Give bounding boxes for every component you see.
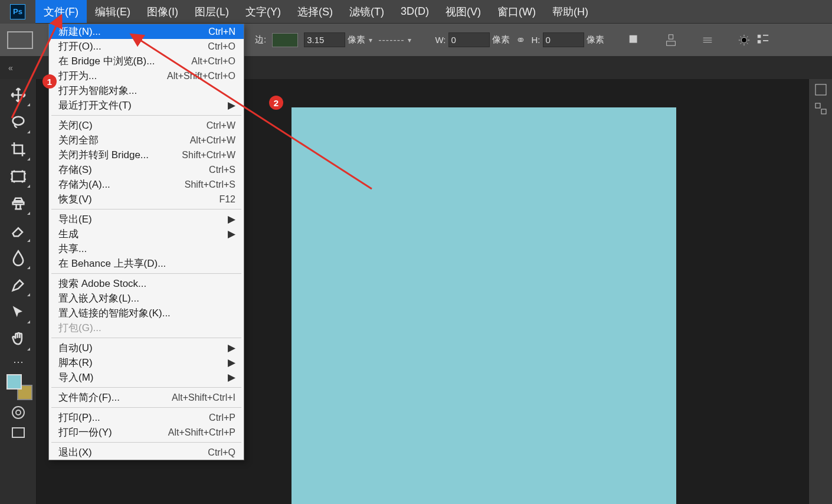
stroke-color-swatch[interactable] (272, 33, 298, 47)
file-menu-item[interactable]: 最近打开文件(T)▶ (49, 98, 244, 113)
svg-rect-11 (815, 103, 820, 108)
menu-item-label: 文件简介(F)... (58, 391, 120, 404)
menu-item-shortcut: Alt+Ctrl+W (190, 135, 235, 146)
lasso-tool[interactable] (4, 109, 32, 136)
file-menu-item[interactable]: 关闭(C)Ctrl+W (49, 118, 244, 133)
smudge-tool[interactable] (4, 244, 32, 271)
menu-file[interactable]: 文件(F) (35, 0, 87, 23)
file-menu-item[interactable]: 在 Bridge 中浏览(B)...Alt+Ctrl+O (49, 54, 244, 68)
menubar: Ps 文件(F) 编辑(E) 图像(I) 图层(L) 文字(Y) 选择(S) 滤… (0, 0, 832, 24)
menu-separator (51, 209, 241, 210)
file-menu-item[interactable]: 关闭并转到 Bridge...Shift+Ctrl+W (49, 148, 244, 162)
file-menu-item[interactable]: 退出(X)Ctrl+Q (49, 445, 244, 460)
submenu-arrow-icon: ▶ (228, 371, 235, 384)
menu-item-label: 打印一份(Y) (58, 426, 112, 439)
clone-stamp-tool[interactable] (4, 190, 32, 217)
submenu-arrow-icon: ▶ (228, 213, 235, 225)
menu-item-shortcut: Alt+Shift+Ctrl+I (172, 392, 235, 403)
menu-3d[interactable]: 3D(D) (392, 0, 437, 23)
eraser-tool[interactable] (4, 217, 32, 244)
menu-image[interactable]: 图像(I) (139, 0, 186, 23)
app-logo[interactable]: Ps (0, 0, 35, 24)
align-options-icon[interactable] (756, 34, 769, 47)
move-tool[interactable] (4, 81, 32, 109)
menu-item-shortcut: Shift+Ctrl+S (185, 179, 235, 190)
menu-layer[interactable]: 图层(L) (186, 0, 237, 23)
gear-icon[interactable] (738, 34, 751, 47)
stroke-style-group[interactable]: ------- ▾ (378, 35, 411, 45)
svg-rect-10 (815, 84, 826, 95)
file-menu-item[interactable]: 存储(S)Ctrl+S (49, 162, 244, 177)
menu-item-label: 存储为(A)... (58, 178, 110, 191)
menu-item-label: 自动(U) (58, 341, 93, 355)
file-menu-item[interactable]: 共享... (49, 241, 244, 256)
crop-tool[interactable] (4, 136, 32, 163)
file-menu-dropdown: 新建(N)...Ctrl+N打开(O)...Ctrl+O在 Bridge 中浏览… (48, 24, 244, 460)
file-menu-item[interactable]: 恢复(V)F12 (49, 192, 244, 207)
screen-mode-icon[interactable] (12, 427, 25, 438)
menu-select[interactable]: 选择(S) (289, 0, 341, 23)
frame-tool[interactable] (4, 163, 32, 190)
menu-help[interactable]: 帮助(H) (544, 0, 597, 23)
file-menu-item[interactable]: 脚本(R)▶ (49, 355, 244, 370)
menu-separator (51, 387, 241, 388)
menu-separator (51, 338, 241, 338)
file-menu-item[interactable]: 导出(E)▶ (49, 212, 244, 227)
menu-separator (51, 115, 241, 116)
file-menu-item[interactable]: 置入链接的智能对象(K)... (49, 306, 244, 320)
tool-preset-icon[interactable] (7, 31, 33, 49)
menu-item-label: 退出(X) (58, 446, 92, 459)
file-menu-item[interactable]: 导入(M)▶ (49, 370, 244, 385)
menu-item-label: 关闭全部 (58, 133, 99, 147)
menu-item-shortcut: Alt+Ctrl+O (191, 56, 235, 67)
file-menu-item[interactable]: 生成▶ (49, 227, 244, 241)
link-icon[interactable]: ⚭ (516, 33, 526, 47)
toolbox-more-icon[interactable]: ⋯ (13, 353, 24, 371)
foreground-color[interactable] (6, 374, 22, 390)
chevron-down-icon: ▾ (408, 36, 411, 44)
file-menu-item[interactable]: 自动(U)▶ (49, 341, 244, 355)
svg-rect-0 (629, 35, 637, 42)
arrange-icon[interactable] (701, 34, 714, 47)
menu-edit[interactable]: 编辑(E) (87, 0, 139, 23)
stroke-width-input[interactable] (304, 32, 345, 47)
panel-icon-2[interactable] (814, 102, 828, 116)
file-menu-item[interactable]: 打印一份(Y)Alt+Shift+Ctrl+P (49, 425, 244, 440)
menu-filter[interactable]: 滤镜(T) (341, 0, 392, 23)
file-menu-item[interactable]: 存储为(A)...Shift+Ctrl+S (49, 177, 244, 192)
menu-item-shortcut: Ctrl+W (207, 120, 235, 131)
file-menu-item[interactable]: 新建(N)...Ctrl+N (49, 24, 244, 39)
file-menu-item[interactable]: 关闭全部Alt+Ctrl+W (49, 133, 244, 148)
file-menu-item[interactable]: 在 Behance 上共享(D)... (49, 256, 244, 271)
svg-rect-1 (669, 34, 673, 38)
menu-window[interactable]: 窗口(W) (489, 0, 544, 23)
submenu-arrow-icon: ▶ (228, 228, 235, 240)
path-ops-icon[interactable] (628, 34, 641, 47)
pen-tool[interactable] (4, 271, 32, 299)
menu-item-label: 新建(N)... (58, 25, 101, 38)
menu-type[interactable]: 文字(Y) (237, 0, 289, 23)
menu-view[interactable]: 视图(V) (437, 0, 489, 23)
file-menu-item: 打包(G)... (49, 320, 244, 335)
chevron-down-icon[interactable]: ▾ (369, 36, 372, 44)
quick-mask-icon[interactable] (12, 406, 25, 419)
file-menu-item[interactable]: 搜索 Adobe Stock... (49, 276, 244, 291)
height-input[interactable] (543, 32, 584, 47)
file-menu-item[interactable]: 置入嵌入对象(L)... (49, 291, 244, 306)
path-selection-tool[interactable] (4, 299, 32, 326)
file-menu-item[interactable]: 打开(O)...Ctrl+O (49, 39, 244, 54)
canvas[interactable] (291, 107, 676, 504)
hand-tool[interactable] (4, 326, 32, 353)
file-menu-item[interactable]: 打印(P)...Ctrl+P (49, 410, 244, 425)
submenu-arrow-icon: ▶ (228, 99, 235, 112)
file-menu-item[interactable]: 打开为智能对象... (49, 83, 244, 98)
logo-text: Ps (10, 4, 25, 19)
file-menu-item[interactable]: 打开为...Alt+Shift+Ctrl+O (49, 68, 244, 83)
align-edges-icon[interactable] (664, 34, 677, 47)
expand-panels-icon[interactable]: « (8, 63, 13, 73)
file-menu-item[interactable]: 文件简介(F)...Alt+Shift+Ctrl+I (49, 390, 244, 405)
panel-icon-1[interactable] (814, 83, 828, 97)
width-input[interactable] (448, 32, 490, 47)
menu-item-label: 关闭并转到 Bridge... (58, 148, 149, 162)
color-swatches[interactable] (6, 374, 30, 398)
